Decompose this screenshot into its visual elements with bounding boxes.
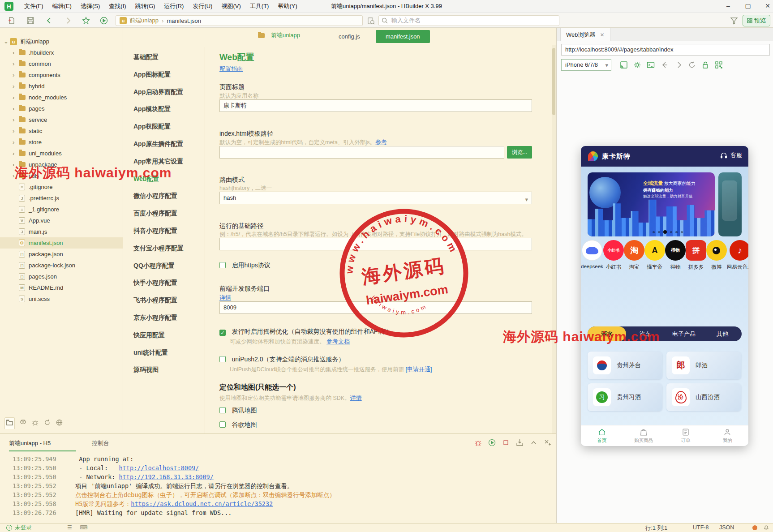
app-icon[interactable]: 淘 xyxy=(624,240,644,261)
app-icon[interactable]: 拼 xyxy=(686,240,706,261)
app-icon[interactable] xyxy=(582,240,602,261)
terminal-status-icon[interactable]: ⌨ xyxy=(80,524,87,531)
nav-forward-icon[interactable] xyxy=(674,60,683,69)
tree-folder-row[interactable]: › uni_modules xyxy=(0,148,123,159)
tree-file-row[interactable]: _1.gitignore xyxy=(0,204,123,215)
tree-folder-row[interactable]: › components xyxy=(0,69,123,81)
back-icon[interactable] xyxy=(45,16,54,25)
restart-run-icon[interactable] xyxy=(488,438,496,447)
new-file-icon[interactable] xyxy=(7,16,16,25)
tree-folder-row[interactable]: › service xyxy=(0,114,123,125)
manifest-nav-item[interactable]: 微信小程序配置 xyxy=(133,192,177,200)
carousel-banner[interactable]: 全域流量 放大商家的能力 拥有赚钱的能力 触达全球流量，助力财富升值 xyxy=(588,172,715,236)
app-shortcut[interactable]: 拼 拼多多 xyxy=(686,240,706,270)
manifest-nav-item[interactable]: 支付宝小程序配置 xyxy=(133,245,184,253)
app-shortcut[interactable]: deepseek xyxy=(581,240,603,270)
breadcrumb-file[interactable]: manifest.json xyxy=(167,17,201,24)
debug-bug-icon[interactable] xyxy=(474,438,482,447)
tree-folder-row[interactable]: › common xyxy=(0,58,123,69)
app-shortcut[interactable]: ♪ 网易云音乐 xyxy=(727,240,748,270)
carousel-next-slide[interactable] xyxy=(718,172,742,236)
save-icon[interactable] xyxy=(26,16,35,25)
menu-item[interactable]: 选择(S) xyxy=(76,0,104,13)
url-input[interactable]: http://localhost:8009/#/pages/tabbar/ind… xyxy=(561,44,770,56)
chevron-right-icon[interactable]: › xyxy=(13,128,19,134)
manifest-nav-item[interactable]: App图标配置 xyxy=(133,71,171,79)
settings-gear-icon[interactable] xyxy=(633,60,642,69)
map-detail-link[interactable]: 详情 xyxy=(350,395,362,401)
template-path-ref-link[interactable]: 参考 xyxy=(375,139,387,146)
app-icon[interactable]: A xyxy=(644,240,665,261)
login-status[interactable]: ! 未登录 xyxy=(6,524,32,532)
debug-panel-icon[interactable] xyxy=(31,419,39,428)
close-icon[interactable]: ✕ xyxy=(600,32,605,38)
chevron-right-icon[interactable]: › xyxy=(13,150,19,157)
tree-folder-row[interactable]: › .hbuilderx xyxy=(0,47,123,58)
manifest-nav-item[interactable]: 快手小程序配置 xyxy=(133,279,177,287)
clear-log-icon[interactable] xyxy=(543,438,552,447)
config-guide-link[interactable]: 配置指南 xyxy=(219,65,243,73)
manifest-nav-item[interactable]: 飞书小程序配置 xyxy=(133,296,177,305)
tree-folder-row[interactable]: › store xyxy=(0,137,123,148)
unipush-checkbox[interactable] xyxy=(219,356,226,362)
globe-panel-icon[interactable] xyxy=(56,419,63,428)
close-button[interactable]: ✕ xyxy=(760,0,773,13)
refresh-icon[interactable] xyxy=(687,60,696,69)
tab-mine[interactable]: 我的 xyxy=(707,425,749,446)
export-log-icon[interactable] xyxy=(515,438,524,447)
manifest-nav-item[interactable]: App模块配置 xyxy=(133,105,171,113)
tab-home[interactable]: 首页 xyxy=(581,425,623,446)
chevron-right-icon[interactable]: › xyxy=(13,116,19,123)
menu-item[interactable]: 视图(V) xyxy=(217,0,245,13)
product-card[interactable]: 郎 郎酒 xyxy=(666,352,741,379)
chevron-down-icon[interactable]: ⌄ xyxy=(4,38,10,45)
menu-item[interactable]: 工具(T) xyxy=(245,0,274,13)
console-icon[interactable] xyxy=(646,60,655,69)
product-card[interactable]: 习 贵州习酒 xyxy=(588,383,662,411)
tab-config-js[interactable]: config.js xyxy=(334,31,365,42)
log-link[interactable]: https://ask.dcloud.net.cn/article/35232 xyxy=(131,500,273,509)
https-checkbox-row[interactable]: 启用https协议 xyxy=(219,261,271,270)
star-icon[interactable] xyxy=(82,16,90,25)
cursor-position[interactable]: 行:1 列:1 xyxy=(645,524,667,532)
tencent-map-row[interactable]: 腾讯地图 xyxy=(219,406,257,415)
tree-root-row[interactable]: ⌄ u 前端uniapp xyxy=(0,36,123,47)
goto-file-icon[interactable] xyxy=(367,17,375,25)
chevron-right-icon[interactable]: › xyxy=(13,72,19,78)
tree-file-row[interactable]: .gitignore xyxy=(0,181,123,193)
menu-item[interactable]: 发行(U) xyxy=(188,0,217,13)
tree-folder-row[interactable]: › pages xyxy=(0,103,123,114)
app-shortcut[interactable]: 淘 淘宝 xyxy=(624,240,644,270)
tab-project[interactable]: 前端uniapp xyxy=(258,31,300,39)
chevron-right-icon[interactable]: › xyxy=(13,83,19,90)
collapse-panel-icon[interactable] xyxy=(529,438,538,447)
dev-port-detail-link[interactable]: 详情 xyxy=(219,294,231,302)
router-mode-select[interactable]: hash xyxy=(219,192,532,204)
manifest-nav-item[interactable]: 源码视图 xyxy=(133,366,159,374)
search-input[interactable]: 输入文件名 xyxy=(378,15,559,26)
manifest-nav-item[interactable]: App启动界面配置 xyxy=(133,88,183,96)
google-map-checkbox[interactable] xyxy=(219,421,226,428)
refresh-panel-icon[interactable] xyxy=(43,419,51,428)
customer-service-button[interactable]: 客服 xyxy=(720,151,742,159)
menu-item[interactable]: 跳转(G) xyxy=(131,0,160,13)
preview-button[interactable]: 预览 xyxy=(743,15,770,26)
app-shortcut[interactable]: A 懂车帝 xyxy=(644,240,665,270)
tencent-map-checkbox[interactable] xyxy=(219,407,226,413)
log-link[interactable]: http://192.168.31.33:8009/ xyxy=(119,473,214,482)
syntax-indicator[interactable]: JSON xyxy=(719,524,734,531)
minimize-button[interactable]: – xyxy=(720,0,736,13)
page-title-input[interactable]: 康卡斯特 xyxy=(219,99,532,112)
app-shortcut[interactable]: 微博 xyxy=(706,240,727,270)
manifest-nav-item[interactable]: uni统计配置 xyxy=(133,349,168,357)
unipush-checkbox-row[interactable]: uniPush2.0（支持全端的消息推送服务） xyxy=(219,355,345,364)
chevron-right-icon[interactable]: › xyxy=(13,60,19,67)
app-icon[interactable] xyxy=(706,240,727,261)
chevron-right-icon[interactable]: › xyxy=(13,49,19,56)
tree-file-row[interactable]: README.md xyxy=(0,282,123,293)
menu-item[interactable]: 帮助(Y) xyxy=(273,0,301,13)
product-card[interactable]: 贵州茅台 xyxy=(588,352,662,379)
outline-list-icon[interactable]: ☰ xyxy=(67,524,72,531)
stop-icon[interactable] xyxy=(502,438,510,447)
filter-icon[interactable] xyxy=(730,17,738,25)
